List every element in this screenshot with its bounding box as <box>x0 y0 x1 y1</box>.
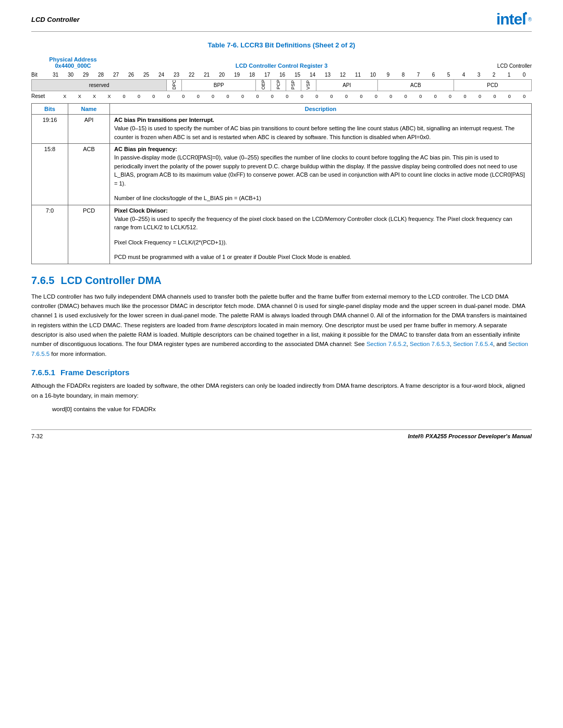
bit-2: 2 <box>486 72 501 78</box>
bit-3: 3 <box>471 72 486 78</box>
bit-9: 9 <box>381 72 396 78</box>
link-7652[interactable]: Section 7.6.5.2 <box>366 341 407 347</box>
field-dpc: DPC <box>167 80 182 91</box>
intel-logo: intel® <box>496 10 532 28</box>
bit-5: 5 <box>441 72 456 78</box>
bits-pcd: 7:0 <box>32 205 68 264</box>
subsection-heading: 7.6.5.1 Frame Descriptors <box>31 368 532 377</box>
field-pcd: PCD <box>454 80 531 91</box>
bit-4: 4 <box>456 72 471 78</box>
physical-address-block: Physical Address 0x4400_000C <box>31 56 115 69</box>
logo-dot <box>524 12 527 15</box>
bit-13: 13 <box>320 72 335 78</box>
field-pcp: PCP <box>271 80 286 91</box>
reset-label: Reset <box>31 93 57 99</box>
reset-22: 0 <box>191 94 205 99</box>
section-title: LCD Controller DMA <box>60 275 161 287</box>
bit-12: 12 <box>335 72 350 78</box>
bit-29: 29 <box>78 72 93 78</box>
bit-8: 8 <box>396 72 411 78</box>
bit-10: 10 <box>365 72 381 78</box>
reset-19: 0 <box>235 94 250 99</box>
bit-19: 19 <box>229 72 244 78</box>
field-reserved: reserved <box>32 80 167 91</box>
reset-18: 0 <box>250 94 265 99</box>
field-api: API <box>316 80 377 91</box>
field-psp: PSP <box>286 80 301 91</box>
bits-acb: 15:8 <box>32 144 68 205</box>
reset-1: 0 <box>502 94 517 99</box>
bit-0: 0 <box>517 72 532 78</box>
reset-31: X <box>57 94 72 99</box>
reset-11: 0 <box>354 94 369 99</box>
reset-cells: X X X X 0 0 0 0 0 0 0 0 0 0 0 0 0 0 0 0 … <box>57 94 532 99</box>
reset-15: 0 <box>295 94 309 99</box>
bit-24: 24 <box>154 72 169 78</box>
reset-28: X <box>102 94 116 99</box>
physical-address-label: Physical Address <box>31 56 115 63</box>
word-item: word[0] contains the value for FDADRx <box>52 404 532 414</box>
bit-7: 7 <box>411 72 426 78</box>
reset-23: 0 <box>176 94 191 99</box>
bit-21: 21 <box>199 72 214 78</box>
table-row: 19:16 API AC bias Pin transitions per In… <box>32 115 532 144</box>
desc-acb: AC Bias pin frequency: In passive-displa… <box>110 144 532 205</box>
bit-20: 20 <box>214 72 229 78</box>
section-body: The LCD controller has two fully indepen… <box>31 292 532 359</box>
reset-21: 0 <box>205 94 220 99</box>
bit-16: 16 <box>275 72 290 78</box>
footer-title: Intel® PXA255 Processor Developer's Manu… <box>408 433 532 439</box>
bit-17: 17 <box>260 72 275 78</box>
name-pcd: PCD <box>68 205 110 264</box>
desc-header-description: Description <box>110 104 532 115</box>
reset-24: 0 <box>161 94 176 99</box>
bit-15: 15 <box>290 72 305 78</box>
bit-14: 14 <box>305 72 320 78</box>
reset-12: 0 <box>339 94 353 99</box>
register-fields-table: reserved DPC BPP OEP PCP PSP <box>31 79 532 91</box>
bit-30: 30 <box>63 72 78 78</box>
subsection-number: 7.6.5.1 <box>31 368 55 377</box>
physical-address-value: 0x4400_000C <box>31 63 115 69</box>
reset-16: 0 <box>280 94 295 99</box>
table-title: Table 7-6. LCCR3 Bit Definitions (Sheet … <box>31 41 532 49</box>
desc-pcd: Pixel Clock Divisor: Value (0–255) is us… <box>110 205 532 264</box>
page-footer: 7-32 Intel® PXA255 Processor Developer's… <box>31 429 532 439</box>
subsection-body: Although the FDADRx registers are loaded… <box>31 381 532 400</box>
reset-5: 0 <box>443 94 457 99</box>
bit-number-cells: 31 30 29 28 27 26 25 24 23 22 21 20 19 1… <box>48 72 532 78</box>
name-acb: ACB <box>68 144 110 205</box>
footer-page: 7-32 <box>31 433 43 439</box>
header-labels: Physical Address 0x4400_000C LCD Control… <box>31 56 532 69</box>
reset-26: 0 <box>131 94 146 99</box>
bit-25: 25 <box>139 72 154 78</box>
reset-7: 0 <box>413 94 428 99</box>
header-title: LCD Controller <box>31 16 79 23</box>
reset-3: 0 <box>472 94 487 99</box>
section-number: 7.6.5 <box>31 275 54 287</box>
field-acb: ACB <box>377 80 454 91</box>
bit-28: 28 <box>93 72 108 78</box>
reset-14: 0 <box>309 94 324 99</box>
reset-27: 0 <box>117 94 131 99</box>
bit-6: 6 <box>426 72 441 78</box>
bits-api: 19:16 <box>32 115 68 144</box>
link-7654[interactable]: Section 7.6.5.4 <box>453 341 493 347</box>
bit-11: 11 <box>350 72 365 78</box>
reset-0: 0 <box>517 94 532 99</box>
field-vsp: VSP <box>301 80 316 91</box>
reset-13: 0 <box>324 94 339 99</box>
desc-header-bits: Bits <box>32 104 68 115</box>
lcd-ctrl-right-label: LCD Controller <box>448 63 532 69</box>
reset-6: 0 <box>428 94 443 99</box>
desc-header-name: Name <box>68 104 110 115</box>
link-7653[interactable]: Section 7.6.5.3 <box>410 341 450 347</box>
bit-26: 26 <box>124 72 139 78</box>
bit-18: 18 <box>244 72 260 78</box>
reset-25: 0 <box>146 94 161 99</box>
description-table: Bits Name Description 19:16 API AC bias … <box>31 103 532 264</box>
bit-numbers-row: Bit 31 30 29 28 27 26 25 24 23 22 21 20 … <box>31 72 532 78</box>
bit-23: 23 <box>169 72 184 78</box>
reset-2: 0 <box>487 94 502 99</box>
section-heading: 7.6.5 LCD Controller DMA <box>31 275 532 287</box>
